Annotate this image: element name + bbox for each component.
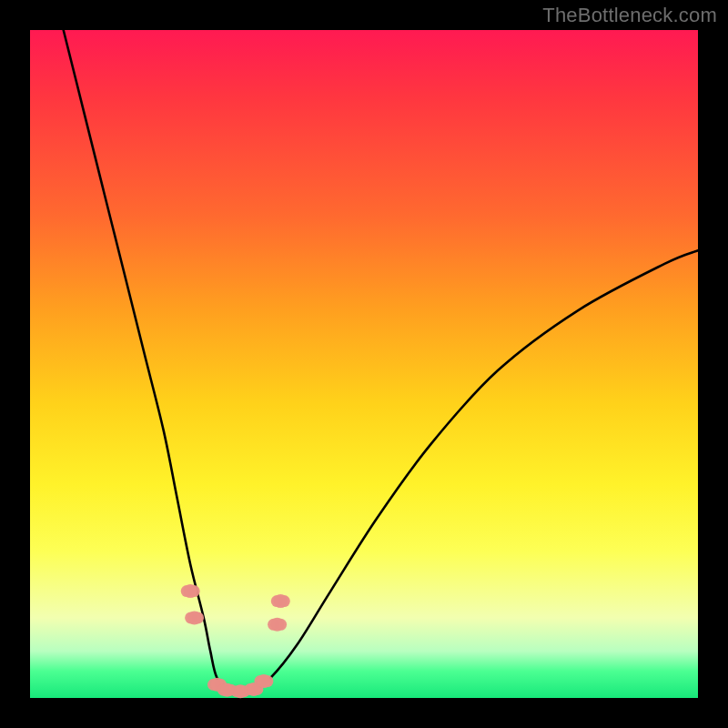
- svg-point-5: [187, 611, 201, 624]
- watermark-text: TheBottleneck.com: [542, 4, 717, 27]
- svg-point-2: [184, 584, 197, 598]
- svg-point-23: [270, 618, 284, 632]
- curve-markers: [181, 584, 290, 698]
- curve-marker: [181, 584, 200, 598]
- curve-marker: [185, 611, 204, 624]
- bottleneck-curve-svg: [30, 30, 698, 698]
- curve-marker: [254, 674, 273, 688]
- curve-marker: [271, 594, 290, 608]
- plot-area: [30, 30, 698, 698]
- bottleneck-curve: [64, 30, 698, 693]
- curve-marker: [268, 618, 287, 632]
- svg-point-26: [274, 594, 288, 608]
- chart-frame: TheBottleneck.com: [0, 0, 728, 728]
- svg-point-20: [257, 674, 270, 688]
